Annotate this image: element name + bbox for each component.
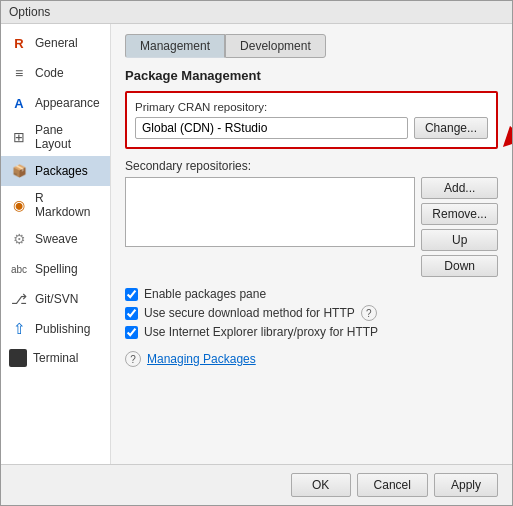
repos-buttons: Add... Remove... Up Down [421,177,498,277]
section-title: Package Management [125,68,498,83]
tab-development[interactable]: Development [225,34,326,58]
publishing-icon: ⇧ [9,319,29,339]
packages-icon: 📦 [9,161,29,181]
primary-repo-input[interactable] [135,117,408,139]
apply-button[interactable]: Apply [434,473,498,497]
sweave-icon: ⚙ [9,229,29,249]
secure-download-help-icon[interactable]: ? [361,305,377,321]
sidebar-item-label: Publishing [35,322,90,336]
general-icon: R [9,33,29,53]
sidebar-item-publishing[interactable]: ⇧ Publishing [1,314,110,344]
secondary-repos-textarea[interactable] [125,177,415,247]
sidebar-item-appearance[interactable]: A Appearance [1,88,110,118]
sidebar-item-label: Sweave [35,232,78,246]
enable-packages-pane-checkbox[interactable] [125,288,138,301]
appearance-icon: A [9,93,29,113]
checkbox-enable-packages-pane: Enable packages pane [125,287,498,301]
sidebar-item-code[interactable]: ≡ Code [1,58,110,88]
enable-packages-pane-label: Enable packages pane [144,287,266,301]
ok-button[interactable]: OK [291,473,351,497]
secondary-repos-section: Secondary repositories: Add... Remove...… [125,159,498,287]
sidebar-item-label: Terminal [33,351,78,365]
sidebar-item-sweave[interactable]: ⚙ Sweave [1,224,110,254]
add-button[interactable]: Add... [421,177,498,199]
sidebar-item-pane-layout[interactable]: ⊞ Pane Layout [1,118,110,156]
sidebar-item-label: Spelling [35,262,78,276]
tab-bar: Management Development [125,34,498,58]
rmarkdown-icon: ◉ [9,195,29,215]
sidebar-item-general[interactable]: R General [1,28,110,58]
internet-explorer-checkbox[interactable] [125,326,138,339]
primary-repo-box: Primary CRAN repository: Change... [125,91,498,149]
secondary-repos-label: Secondary repositories: [125,159,498,173]
terminal-icon [9,349,27,367]
sidebar-item-terminal[interactable]: Terminal [1,344,110,372]
secure-download-checkbox[interactable] [125,307,138,320]
dialog-footer: OK Cancel Apply [1,464,512,505]
sidebar-item-label: Packages [35,164,88,178]
managing-packages-help-icon[interactable]: ? [125,351,141,367]
spelling-icon: abc [9,259,29,279]
secure-download-label: Use secure download method for HTTP [144,306,355,320]
code-icon: ≡ [9,63,29,83]
sidebar-item-spelling[interactable]: abc Spelling [1,254,110,284]
checkboxes-section: Enable packages pane Use secure download… [125,287,498,343]
sidebar-item-label: General [35,36,78,50]
cancel-button[interactable]: Cancel [357,473,428,497]
sidebar-item-label: Appearance [35,96,100,110]
main-content: Management Development Package Managemen… [111,24,512,464]
sidebar-item-gitsvn[interactable]: ⎇ Git/SVN [1,284,110,314]
primary-repo-row: Change... [135,117,488,139]
link-row: ? Managing Packages [125,351,498,367]
checkbox-secure-download: Use secure download method for HTTP ? [125,305,498,321]
dialog-body: R General ≡ Code A Appearance ⊞ Pane Lay… [1,24,512,464]
sidebar-item-label: R Markdown [35,191,102,219]
up-button[interactable]: Up [421,229,498,251]
checkbox-internet-explorer: Use Internet Explorer library/proxy for … [125,325,498,339]
gitsvn-icon: ⎇ [9,289,29,309]
annotation-arrow [490,75,512,155]
primary-repo-label: Primary CRAN repository: [135,101,488,113]
dialog-title: Options [1,1,512,24]
sidebar: R General ≡ Code A Appearance ⊞ Pane Lay… [1,24,111,464]
internet-explorer-label: Use Internet Explorer library/proxy for … [144,325,378,339]
sidebar-item-packages[interactable]: 📦 Packages [1,156,110,186]
sidebar-item-rmarkdown[interactable]: ◉ R Markdown [1,186,110,224]
sidebar-item-label: Pane Layout [35,123,102,151]
change-button[interactable]: Change... [414,117,488,139]
secondary-repos-area: Add... Remove... Up Down [125,177,498,277]
sidebar-item-label: Code [35,66,64,80]
remove-button[interactable]: Remove... [421,203,498,225]
options-dialog: Options R General ≡ Code A Appearance ⊞ … [0,0,513,506]
sidebar-item-label: Git/SVN [35,292,78,306]
pane-layout-icon: ⊞ [9,127,29,147]
tab-management[interactable]: Management [125,34,225,58]
managing-packages-link[interactable]: Managing Packages [147,352,256,366]
down-button[interactable]: Down [421,255,498,277]
